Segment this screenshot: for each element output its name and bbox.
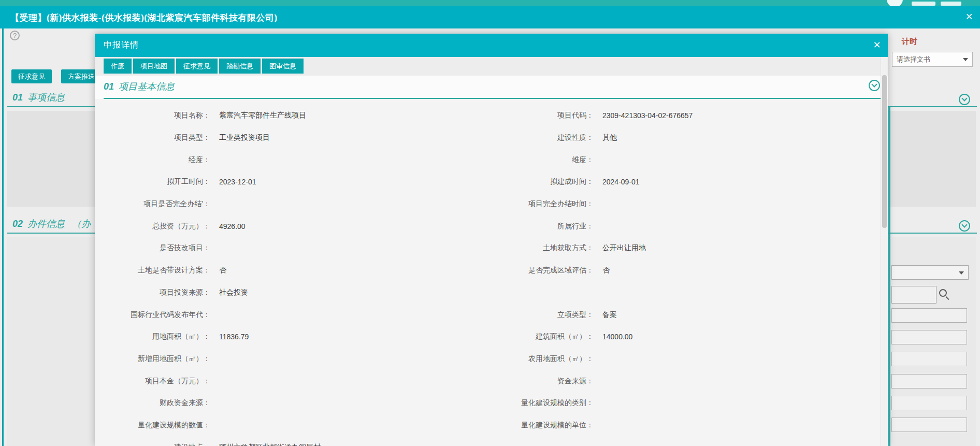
detail-row: 量化建设规模的数值：量化建设规模的单位： xyxy=(95,414,888,437)
field-label: 建筑面积（㎡）： xyxy=(469,332,594,341)
modal-header: 申报详情 ✕ xyxy=(95,34,888,57)
section-case-info: 02办件信息（办 xyxy=(12,218,91,230)
detail-row: 拟开工时间：2023-12-01拟建成时间：2024-09-01 xyxy=(95,171,888,193)
chevron-down-icon[interactable] xyxy=(959,94,970,105)
modal-tab[interactable]: 作废 xyxy=(104,59,132,74)
empty-input[interactable] xyxy=(891,308,967,323)
right-panel-divider xyxy=(888,106,890,446)
detail-row: 用地面积（㎡）：11836.79建筑面积（㎡）：14000.00 xyxy=(95,326,888,348)
window-close-icon[interactable]: ✕ xyxy=(963,11,975,22)
modal-close-icon[interactable]: ✕ xyxy=(871,39,883,51)
window-titlebar: 【受理】(新)供水报装-(供水报装)(湖北紫宸汽车部件科技有限公司) ✕ xyxy=(0,6,980,28)
empty-input[interactable] xyxy=(891,396,967,410)
detail-row: 财政资金来源：量化建设规模的类别： xyxy=(95,392,888,414)
left-divider xyxy=(2,28,4,446)
consult-opinion-button[interactable]: 征求意见 xyxy=(11,69,52,83)
field-label: 维度： xyxy=(469,155,594,165)
document-select[interactable]: 请选择文书 xyxy=(892,52,973,67)
section-number: 02 xyxy=(12,219,23,229)
field-label: 立项类型： xyxy=(469,310,594,320)
help-icon[interactable]: ? xyxy=(10,31,20,40)
empty-input[interactable] xyxy=(891,352,967,366)
field-label: 用地面积（㎡）： xyxy=(95,332,210,341)
field-label: 国标行业代码发布年代： xyxy=(95,310,210,320)
top-strip-clipped-text xyxy=(912,2,935,6)
field-label: 所属行业： xyxy=(469,222,594,231)
field-label: 总投资（万元）： xyxy=(95,222,210,231)
field-label: 量化建设规模的数值： xyxy=(95,421,210,430)
field-value: 备案 xyxy=(594,310,888,320)
search-input[interactable] xyxy=(891,286,936,304)
empty-input[interactable] xyxy=(891,374,967,389)
field-value: 2024-09-01 xyxy=(594,178,888,186)
field-label: 财政资金来源： xyxy=(95,398,210,408)
field-value: 工业类投资项目 xyxy=(210,133,469,142)
caret-down-icon xyxy=(963,58,968,61)
field-label: 项目类型： xyxy=(95,133,210,142)
field-label: 项目本金（万元）： xyxy=(95,377,210,386)
modal-tabs: 作废项目地图征求意见踏勘信息图审信息 xyxy=(95,57,888,76)
section-number: 01 xyxy=(104,81,114,92)
empty-input[interactable] xyxy=(891,330,967,344)
detail-row: 总投资（万元）：4926.00所属行业： xyxy=(95,215,888,237)
section-matter-info: 01事项信息 xyxy=(12,91,65,104)
modal-tab[interactable]: 征求意见 xyxy=(176,59,218,74)
field-value: 否 xyxy=(594,266,888,275)
field-label: 拟开工时间： xyxy=(95,177,210,186)
field-label: 量化建设规模的单位： xyxy=(469,421,594,430)
field-label: 建设性质： xyxy=(469,133,594,142)
field-label: 拟建成时间： xyxy=(469,177,594,186)
modal-body: 项目名称：紫宸汽车零部件生产线项目项目代码：2309-421303-04-02-… xyxy=(95,99,888,446)
scrollbar-thumb[interactable] xyxy=(882,75,887,228)
modal-section-band: 01项目基本信息 xyxy=(95,76,888,99)
top-strip-clipped-text xyxy=(941,2,961,6)
field-value: 14000.00 xyxy=(594,333,888,341)
field-label: 是否完成区域评估： xyxy=(469,266,594,275)
field-label: 项目代码： xyxy=(469,111,594,120)
modal-tab[interactable]: 踏勘信息 xyxy=(219,59,261,74)
timer-label: 计时 xyxy=(902,37,917,47)
section-project-basic-info: 01项目基本信息 xyxy=(104,80,175,93)
modal-title: 申报详情 xyxy=(104,40,139,51)
detail-row: 项目本金（万元）：资金来源： xyxy=(95,370,888,392)
modal-scrollbar[interactable] xyxy=(881,57,887,446)
field-label: 项目名称： xyxy=(95,111,210,120)
declaration-detail-modal: 申报详情 ✕ 作废项目地图征求意见踏勘信息图审信息 01项目基本信息 项目名称：… xyxy=(95,34,888,446)
modal-tab[interactable]: 图审信息 xyxy=(262,59,304,74)
search-icon[interactable] xyxy=(939,289,952,301)
case-select[interactable] xyxy=(891,265,969,280)
field-value: 其他 xyxy=(594,133,888,142)
chevron-down-icon[interactable] xyxy=(959,220,970,232)
field-label: 项目完全办结时间： xyxy=(469,199,594,209)
document-select-value: 请选择文书 xyxy=(897,52,930,66)
avatar[interactable] xyxy=(887,0,903,6)
section-title: 办件信息 xyxy=(27,219,65,229)
modal-tab[interactable]: 项目地图 xyxy=(133,59,175,74)
detail-row: 土地是否带设计方案：否是否完成区域评估：否 xyxy=(95,260,888,282)
field-value: 社会投资 xyxy=(210,288,469,297)
detail-rows: 项目名称：紫宸汽车零部件生产线项目项目代码：2309-421303-04-02-… xyxy=(95,99,888,446)
detail-row: 经度：维度： xyxy=(95,149,888,171)
section-number: 01 xyxy=(12,92,23,103)
field-label: 是否技改项目： xyxy=(95,243,210,253)
field-value: 紫宸汽车零部件生产线项目 xyxy=(210,111,469,120)
field-label: 项目是否完全办结'： xyxy=(95,199,210,209)
caret-down-icon xyxy=(959,271,964,275)
field-label: 建设地点： xyxy=(95,443,210,446)
field-value: 2309-421303-04-02-676657 xyxy=(594,111,888,120)
chevron-down-icon[interactable] xyxy=(869,80,880,91)
detail-row: 新增用地面积（㎡）：农用地面积（㎡）： xyxy=(95,348,888,370)
field-label: 资金来源： xyxy=(469,377,594,386)
detail-row: 项目投资来源：社会投资 xyxy=(95,282,888,304)
field-label: 土地获取方式： xyxy=(469,243,594,253)
field-label: 农用地面积（㎡）： xyxy=(469,354,594,364)
field-label: 土地是否带设计方案： xyxy=(95,266,210,275)
empty-input[interactable] xyxy=(891,418,967,432)
field-value: 11836.79 xyxy=(210,333,469,341)
field-label: 新增用地面积（㎡）： xyxy=(95,354,210,364)
detail-row: 是否技改项目：土地获取方式：公开出让用地 xyxy=(95,237,888,260)
field-value: 否 xyxy=(210,266,469,275)
section-title: 事项信息 xyxy=(27,92,65,103)
detail-row: 项目类型：工业类投资项目建设性质：其他 xyxy=(95,127,888,149)
field-value: 4926.00 xyxy=(210,222,469,231)
